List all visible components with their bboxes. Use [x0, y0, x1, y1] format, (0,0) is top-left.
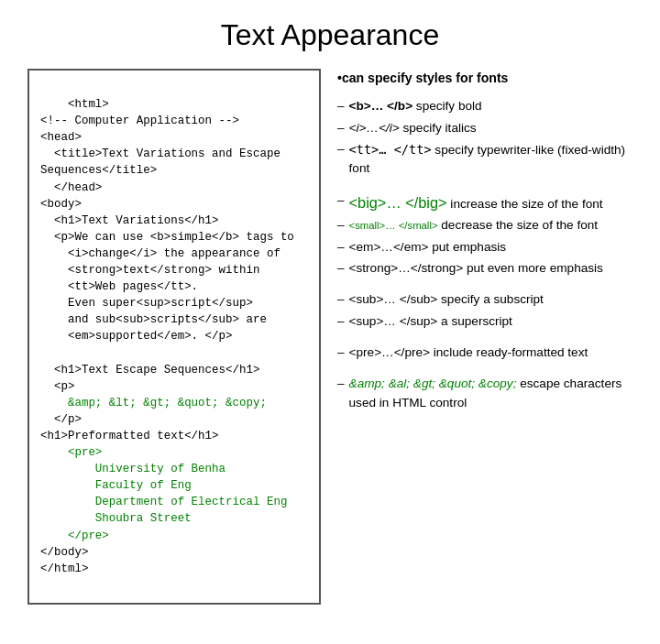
bullet-strong: – <strong>…</strong> put even more empha…: [337, 259, 632, 278]
bullet-em: – <em>…</em> put emphasis: [337, 238, 632, 257]
dash: –: [337, 119, 345, 137]
dash: –: [337, 312, 345, 331]
bullet-tt-text: <tt>… </tt> specify typewriter-like (fix…: [349, 140, 632, 179]
bullet-pre-text: <pre>…</pre> include ready-formatted tex…: [349, 344, 632, 362]
bullet-small-text: <small>… </small> decrease the size of t…: [349, 216, 632, 235]
dash: –: [337, 216, 345, 235]
bullet-bold-text: <b>… </b> specify bold: [349, 97, 632, 115]
bullet-italic: – <i>…</i> specify italics: [337, 119, 632, 137]
bullet-sup-text: <sup>… </sup> a superscript: [349, 312, 632, 331]
bullet-pre: – <pre>…</pre> include ready-formatted t…: [337, 344, 632, 362]
bullet-small: – <small>… </small> decrease the size of…: [337, 216, 632, 235]
dash: –: [337, 97, 345, 115]
bullet-sub-text: <sub>… </sub> specify a subscript: [349, 290, 632, 309]
dash: –: [337, 344, 345, 362]
bullet-sub: – <sub>… </sub> specify a subscript: [337, 290, 632, 309]
bullet-sup: – <sup>… </sup> a superscript: [337, 312, 632, 331]
dash: –: [337, 238, 345, 257]
bullet-group-3: – <sub>… </sub> specify a subscript – <s…: [337, 290, 632, 331]
dash: –: [337, 375, 345, 393]
bullet-group-5: – &amp; &al; &gt; &quot; &copy; escape c…: [337, 375, 632, 412]
bullet-em-text: <em>…</em> put emphasis: [349, 238, 632, 257]
bullet-escape-text: &amp; &al; &gt; &quot; &copy; escape cha…: [349, 375, 632, 412]
dash: –: [337, 191, 345, 210]
bullet-bold: – <b>… </b> specify bold: [337, 97, 632, 115]
bullet-big: – <big>… </big> increase the size of the…: [337, 191, 632, 213]
page-title: Text Appearance: [28, 18, 632, 52]
bullet-group-2: – <big>… </big> increase the size of the…: [337, 191, 632, 278]
code-line-1: <html> <!-- Computer Application --> <he…: [40, 98, 294, 575]
bullet-tt: – <tt>… </tt> specify typewriter-like (f…: [337, 140, 632, 179]
bullet-intro: •can specify styles for fonts: [337, 69, 632, 88]
dash: –: [337, 290, 345, 309]
bullet-group-4: – <pre>…</pre> include ready-formatted t…: [337, 344, 632, 362]
bullet-group-1: – <b>… </b> specify bold – <i>…</i> spec…: [337, 97, 632, 179]
bullet-italic-text: <i>…</i> specify italics: [349, 119, 632, 137]
main-layout: <html> <!-- Computer Application --> <he…: [28, 69, 632, 605]
bullet-strong-text: <strong>…</strong> put even more emphasi…: [349, 259, 632, 278]
bullet-big-text: <big>… </big> increase the size of the f…: [349, 191, 632, 213]
code-box: <html> <!-- Computer Application --> <he…: [28, 69, 321, 605]
bullet-escape: – &amp; &al; &gt; &quot; &copy; escape c…: [337, 375, 632, 412]
right-panel: •can specify styles for fonts – <b>… </b…: [337, 69, 632, 425]
dash: –: [337, 259, 345, 278]
dash: –: [337, 140, 345, 158]
